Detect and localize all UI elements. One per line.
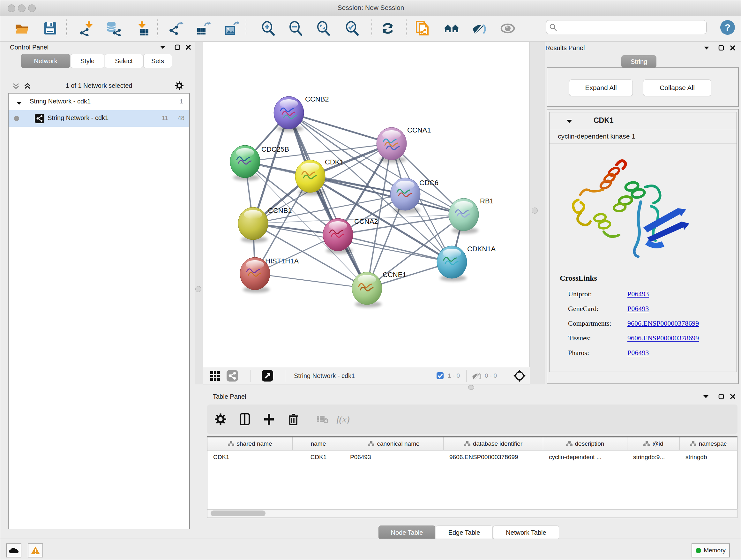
tab-network[interactable]: Network [21, 54, 70, 68]
network-row[interactable]: String Network - cdk1 11 48 [9, 110, 189, 127]
panel-float-icon[interactable] [717, 44, 725, 52]
panel-close-icon[interactable] [184, 43, 192, 51]
control-panel-tabs: NetworkStyleSelectSets [21, 54, 172, 68]
import-table-icon[interactable] [134, 20, 150, 37]
help-button[interactable]: ? [720, 20, 735, 35]
table-row[interactable]: CDK1CDK1P064939606.ENSP00000378699cyclin… [207, 450, 737, 464]
network-node-CDK1[interactable]: CDK1 [295, 158, 344, 195]
import-network-file-icon[interactable] [78, 20, 95, 37]
scrollbar-thumb[interactable] [211, 510, 266, 516]
network-node-CDKN1A[interactable]: CDKN1A [437, 245, 496, 281]
column-header-name[interactable]: name [293, 437, 344, 450]
gene-card-header[interactable]: CDK1 [549, 112, 737, 129]
right-splitter[interactable] [530, 42, 545, 384]
import-network-database-icon[interactable] [105, 20, 122, 37]
memory-button[interactable]: Memory [691, 543, 730, 557]
eye-icon[interactable] [499, 20, 516, 37]
hide-eye-icon[interactable] [471, 20, 488, 37]
warning-button[interactable] [28, 543, 43, 557]
left-splitter-handle[interactable] [195, 286, 201, 292]
network-node-CDC25B[interactable]: CDC25B [230, 145, 289, 181]
tab-edge-table[interactable]: Edge Table [435, 525, 493, 540]
gear-icon[interactable] [213, 412, 227, 426]
crosslink-value[interactable]: P06493 [627, 290, 649, 298]
tab-select[interactable]: Select [105, 54, 143, 68]
left-splitter[interactable] [195, 42, 203, 384]
tab-string[interactable]: String [621, 55, 657, 68]
table-cell[interactable]: CDK1 [207, 450, 293, 464]
zoom-in-icon[interactable] [260, 20, 277, 37]
share-network-icon[interactable] [226, 370, 239, 382]
add-column-icon[interactable] [238, 412, 252, 426]
column-header-description[interactable]: description [543, 437, 627, 450]
homes-icon[interactable] [443, 20, 460, 37]
tab-style[interactable]: Style [71, 54, 105, 68]
string-documents-icon[interactable] [414, 20, 431, 37]
refresh-icon[interactable] [380, 20, 396, 37]
export-table-icon[interactable] [195, 20, 212, 37]
save-session-icon[interactable] [42, 20, 58, 37]
export-network-icon[interactable] [168, 20, 185, 37]
table-cell[interactable]: stringdb:9... [627, 450, 680, 464]
zoom-fit-icon[interactable] [315, 20, 332, 37]
network-node-CCNB1[interactable]: CCNB1 [238, 206, 292, 243]
panel-menu-icon[interactable] [702, 44, 711, 52]
open-in-window-icon[interactable] [261, 370, 273, 382]
gene-card: CDK1 cyclin-dependent kinase 1 [549, 112, 737, 372]
network-edge-HIST1H1A-CCNE1 [255, 273, 367, 288]
column-header--id[interactable]: @id [627, 437, 680, 450]
table-cell[interactable]: 9606.ENSP00000378699 [444, 450, 543, 464]
panel-menu-icon[interactable] [158, 43, 167, 51]
crosslink-value[interactable]: P06493 [627, 349, 649, 357]
column-header-canonical-name[interactable]: canonical name [344, 437, 444, 450]
gear-icon[interactable] [175, 81, 184, 90]
collapse-entry-icon[interactable] [566, 119, 572, 125]
table-cell[interactable]: CDK1 [293, 450, 344, 464]
search-input[interactable] [546, 20, 706, 34]
add-row-icon[interactable] [262, 412, 276, 426]
network-node-CCNA1[interactable]: CCNA1 [377, 126, 431, 163]
crosslink-value[interactable]: P06493 [627, 305, 649, 313]
column-header-database-identifier[interactable]: database identifier [444, 437, 543, 450]
panel-float-icon[interactable] [173, 43, 182, 51]
toolbar-separator [285, 370, 285, 382]
network-canvas[interactable]: CCNB2CCNA1CDC25BCDK1CDC6RB1CCNB1CCNA2CDK… [203, 42, 530, 367]
expand-all-button[interactable]: Expand All [569, 79, 633, 96]
collapse-all-button[interactable]: Collapse All [643, 79, 711, 96]
table-cell[interactable]: cyclin-dependent ... [543, 450, 627, 464]
network-collection-row[interactable]: String Network - cdk1 1 [9, 94, 189, 110]
table-cell[interactable]: stringdb [680, 450, 737, 464]
network-node-CCNA2[interactable]: CCNA2 [323, 217, 378, 254]
right-splitter-handle[interactable] [532, 207, 538, 213]
network-node-CCNE1[interactable]: CCNE1 [352, 271, 407, 307]
network-node-CCNB2[interactable]: CCNB2 [274, 95, 329, 132]
tab-sets[interactable]: Sets [143, 54, 172, 68]
network-list-header: 1 of 1 Network selected [8, 79, 190, 93]
grid-view-icon[interactable] [210, 370, 221, 382]
crosslink-value[interactable]: 9606.ENSP00000378699 [627, 319, 699, 327]
zoom-out-icon[interactable] [287, 20, 304, 37]
panel-close-icon[interactable] [729, 44, 737, 52]
table-cell[interactable]: P06493 [344, 450, 444, 464]
crosslink-label: Uniprot: [568, 290, 592, 298]
panel-menu-icon[interactable] [702, 392, 710, 401]
delete-icon[interactable] [286, 412, 300, 426]
open-session-icon[interactable] [13, 20, 30, 37]
export-image-icon[interactable] [224, 20, 240, 37]
collection-expand-icon[interactable] [16, 99, 22, 107]
tab-network-table[interactable]: Network Table [493, 525, 559, 540]
table-horizontal-scrollbar[interactable] [207, 509, 738, 517]
fit-content-icon[interactable] [513, 370, 526, 382]
network-node-RB1[interactable]: RB1 [449, 197, 494, 234]
network-node-HIST1H1A[interactable]: HIST1H1A [240, 257, 299, 293]
tab-node-table[interactable]: Node Table [379, 525, 435, 540]
cloud-button[interactable] [6, 543, 21, 557]
selected-counts: 1 - 0 [448, 370, 460, 382]
column-header-namespac[interactable]: namespac [680, 437, 737, 450]
panel-float-icon[interactable] [717, 392, 725, 401]
panel-close-icon[interactable] [729, 392, 737, 401]
crosslink-value[interactable]: 9606.ENSP00000378699 [627, 334, 699, 342]
column-header-shared-name[interactable]: shared name [207, 437, 293, 450]
zoom-selected-icon[interactable] [344, 20, 360, 37]
selected-checkbox-icon[interactable] [436, 370, 444, 382]
